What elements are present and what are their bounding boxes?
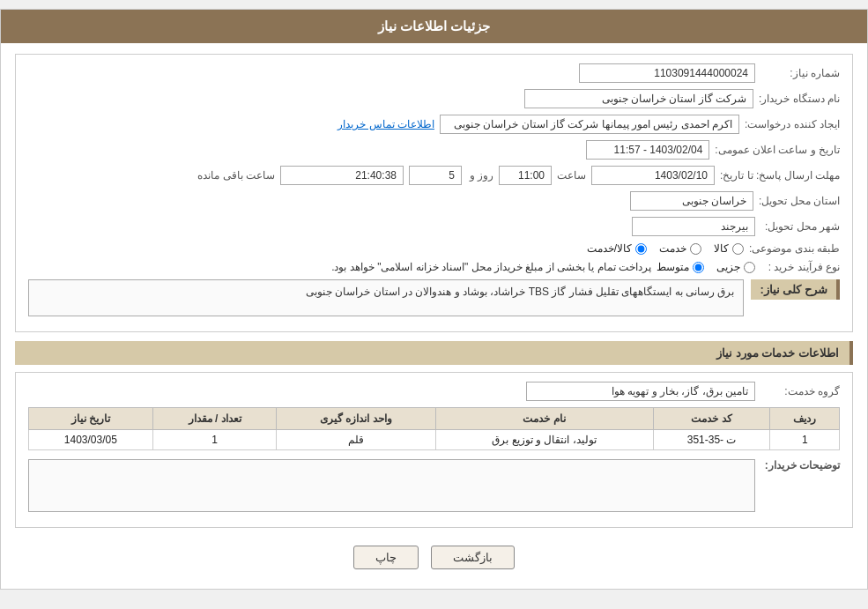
service-group-row: گروه خدمت: تامین برق، گاز، بخار و تهویه … [28, 382, 840, 401]
purchase-type-label: نوع فرآیند خرید : [760, 261, 840, 273]
table-cell-code: ت -35-351 [653, 430, 770, 450]
reply-time-value: 11:00 [499, 166, 552, 185]
table-header-qty: تعداد / مقدار [152, 408, 277, 430]
reply-days-label: روز و [467, 169, 493, 182]
reply-time-label: ساعت [557, 169, 586, 182]
category-row: طبقه بندی موضوعی: کالا خدمت کالا/خدمت [28, 242, 840, 255]
category-radio-group: کالا خدمت کالا/خدمت [587, 242, 744, 255]
buyer-org-value: شرکت گاز استان خراسان جنوبی [524, 89, 753, 108]
need-number-row: شماره نیاز: 1103091444000024 [28, 63, 840, 83]
reply-remaining-value: 21:40:38 [280, 166, 404, 185]
category-radio-goods[interactable] [732, 243, 744, 255]
purchase-type-radio-minor[interactable] [744, 262, 755, 273]
category-option-service: خدمت [659, 242, 701, 255]
page-wrapper: جزئیات اطلاعات نیاز شماره نیاز: 11030914… [0, 9, 868, 590]
table-header-code: کد خدمت [653, 408, 770, 430]
buyer-org-row: نام دستگاه خریدار: شرکت گاز استان خراسان… [28, 89, 840, 108]
requester-value: اکرم احمدی رئیس امور پیمانها شرکت گاز اس… [440, 115, 739, 134]
services-table: ردیف کد خدمت نام خدمت واحد اندازه گیری ت… [28, 407, 840, 450]
page-title: جزئیات اطلاعات نیاز [378, 19, 490, 33]
category-radio-service[interactable] [690, 243, 701, 255]
category-option-goods: کالا [714, 242, 744, 255]
buttons-row: بازگشت چاپ [15, 537, 853, 578]
description-section-label: شرح کلی نیاز: [751, 279, 840, 300]
purchase-note: پرداخت تمام یا بخشی از مبلغ خریداز محل "… [331, 261, 651, 273]
reply-days-value: 5 [409, 166, 462, 185]
category-label-both: کالا/خدمت [587, 242, 632, 255]
description-row: شرح کلی نیاز: برق رسانی به ایستگاههای تق… [28, 279, 840, 316]
service-group-value: تامین برق، گاز، بخار و تهویه هوا [526, 382, 755, 401]
purchase-type-option-medium: متوسط [657, 261, 704, 273]
table-header-date: تاریخ نیاز [29, 408, 153, 430]
purchase-type-radio-medium[interactable] [693, 262, 704, 273]
announce-datetime-row: تاریخ و ساعت اعلان عمومی: 1403/02/04 - 1… [28, 140, 840, 160]
need-number-label: شماره نیاز: [760, 67, 840, 79]
purchase-type-label-minor: جزیی [716, 261, 740, 273]
buyer-description-label: توضیحات خریدار: [760, 459, 840, 472]
service-group-label: گروه خدمت: [760, 385, 840, 397]
reply-date-value: 1403/02/10 [591, 166, 715, 185]
table-cell-quantity: 1 [152, 430, 277, 450]
city-label: شهر محل تحویل: [760, 220, 840, 233]
reply-deadline-row: مهلت ارسال پاسخ: تا تاریخ: 1403/02/10 سا… [28, 166, 840, 185]
services-section-title: اطلاعات خدمات مورد نیاز [15, 341, 853, 365]
reply-deadline-label: مهلت ارسال پاسخ: تا تاریخ: [720, 169, 840, 182]
category-label-service: خدمت [659, 242, 686, 255]
buyer-org-label: نام دستگاه خریدار: [759, 93, 840, 105]
province-label: استان محل تحویل: [759, 195, 840, 207]
back-button[interactable]: بازگشت [431, 546, 515, 569]
table-cell-row: 1 [770, 430, 840, 450]
table-row: 1ت -35-351تولید، انتقال و توزیع برققلم11… [29, 430, 840, 450]
need-number-value: 1103091444000024 [579, 63, 755, 83]
table-header-unit: واحد اندازه گیری [277, 408, 435, 430]
print-button[interactable]: چاپ [353, 546, 419, 569]
page-header: جزئیات اطلاعات نیاز [1, 10, 867, 43]
reply-remaining-label: ساعت باقی مانده [197, 169, 275, 182]
category-label: طبقه بندی موضوعی: [749, 242, 840, 255]
buyer-description-textarea[interactable] [28, 459, 755, 512]
province-value: خراسان جنوبی [630, 191, 753, 211]
requester-label: ایجاد کننده درخواست: [745, 118, 840, 130]
table-cell-unit: قلم [277, 430, 435, 450]
city-row: شهر محل تحویل: بیرجند [28, 217, 840, 236]
purchase-type-row: نوع فرآیند خرید : جزیی متوسط پرداخت تمام… [28, 261, 840, 273]
requester-row: ایجاد کننده درخواست: اکرم احمدی رئیس امو… [28, 115, 840, 134]
purchase-type-option-minor: جزیی [716, 261, 755, 273]
announce-datetime-label: تاریخ و ساعت اعلان عمومی: [715, 144, 840, 156]
description-value: برق رسانی به ایستگاههای تقلیل فشار گاز T… [28, 279, 744, 316]
category-label-goods: کالا [714, 242, 729, 255]
table-cell-date: 1403/03/05 [29, 430, 153, 450]
city-value: بیرجند [632, 217, 755, 236]
category-radio-both[interactable] [635, 243, 647, 255]
purchase-type-label-medium: متوسط [657, 261, 689, 273]
main-content: شماره نیاز: 1103091444000024 نام دستگاه … [1, 43, 867, 589]
main-form-section: شماره نیاز: 1103091444000024 نام دستگاه … [15, 54, 853, 332]
announce-datetime-value: 1403/02/04 - 11:57 [586, 140, 709, 160]
table-cell-name: تولید، انتقال و توزیع برق [435, 430, 653, 450]
buyer-description-row: توضیحات خریدار: [28, 459, 840, 512]
category-option-both: کالا/خدمت [587, 242, 647, 255]
province-row: استان محل تحویل: خراسان جنوبی [28, 191, 840, 211]
services-section: گروه خدمت: تامین برق، گاز، بخار و تهویه … [15, 372, 853, 528]
table-header-row: ردیف [770, 408, 840, 430]
requester-contact-link[interactable]: اطلاعات تماس خریدار [338, 118, 434, 130]
purchase-type-radio-group: جزیی متوسط [657, 261, 755, 273]
table-header-name: نام خدمت [435, 408, 653, 430]
